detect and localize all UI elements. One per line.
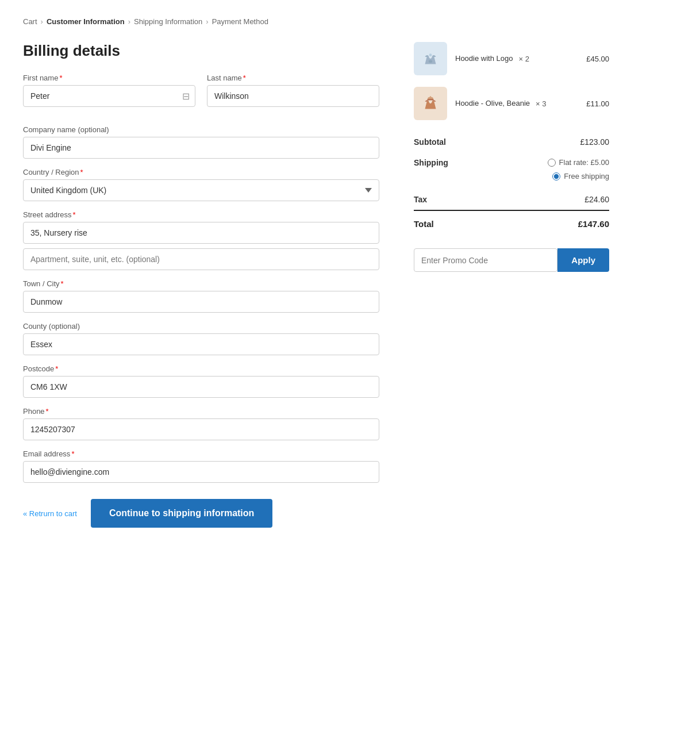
city-label: Town / City* xyxy=(23,279,379,288)
flat-rate-option[interactable]: Flat rate: £5.00 xyxy=(548,158,609,167)
email-group: Email address* xyxy=(23,450,379,483)
item-1-price: £45.00 xyxy=(586,55,609,63)
subtotal-value: £123.00 xyxy=(580,137,609,147)
country-label: Country / Region* xyxy=(23,168,379,176)
apply-button[interactable]: Apply xyxy=(557,248,609,272)
autofill-icon: ⊟ xyxy=(182,91,190,102)
tax-row: Tax £24.60 xyxy=(414,189,609,210)
first-name-group: First name* ⊟ xyxy=(23,74,195,107)
item-2-name: Hoodie - Olive, Beanie xyxy=(455,98,530,109)
postcode-input[interactable] xyxy=(23,376,379,398)
postcode-group: Postcode* xyxy=(23,364,379,398)
total-value: £147.60 xyxy=(578,219,609,229)
last-name-label: Last name* xyxy=(207,74,379,82)
svg-point-6 xyxy=(429,96,431,98)
item-2-details: Hoodie - Olive, Beanie × 3 £11.00 xyxy=(455,98,609,109)
item-2-qty: × 3 xyxy=(536,99,546,108)
county-group: County (optional) xyxy=(23,322,379,355)
free-shipping-label: Free shipping xyxy=(564,172,609,180)
breadcrumb-sep2: › xyxy=(128,17,130,26)
item-2-price: £11.00 xyxy=(586,99,609,108)
country-select[interactable]: United Kingdom (UK) xyxy=(23,179,379,201)
order-item-2: Hoodie - Olive, Beanie × 3 £11.00 xyxy=(414,87,609,120)
order-item-1: Hoodie with Logo × 2 £45.00 xyxy=(414,42,609,75)
item-2-row: Hoodie - Olive, Beanie × 3 £11.00 xyxy=(455,98,609,109)
svg-rect-5 xyxy=(427,99,433,100)
email-label: Email address* xyxy=(23,450,379,458)
flat-rate-label: Flat rate: £5.00 xyxy=(559,158,609,167)
company-group: Company name (optional) xyxy=(23,125,379,159)
item-1-qty: × 2 xyxy=(518,55,529,63)
phone-label: Phone* xyxy=(23,407,379,416)
order-summary: Hoodie with Logo × 2 £45.00 xyxy=(414,42,609,272)
flat-rate-radio[interactable] xyxy=(548,159,556,167)
form-actions: « Retrurn to cart Continue to shipping i… xyxy=(23,499,379,528)
item-1-details: Hoodie with Logo × 2 £45.00 xyxy=(455,53,609,64)
first-name-input[interactable] xyxy=(23,85,195,107)
continue-button[interactable]: Continue to shipping information xyxy=(91,499,272,528)
phone-input[interactable] xyxy=(23,418,379,440)
name-row: First name* ⊟ Last name* xyxy=(23,74,379,116)
billing-form: Billing details First name* ⊟ Last name* xyxy=(23,42,379,528)
breadcrumb-cart[interactable]: Cart xyxy=(23,17,37,26)
page-title: Billing details xyxy=(23,42,379,60)
last-name-group: Last name* xyxy=(207,74,379,107)
company-label: Company name (optional) xyxy=(23,125,379,134)
county-label: County (optional) xyxy=(23,322,379,331)
breadcrumb: Cart › Customer Information › Shipping I… xyxy=(23,17,677,26)
total-row: Total £147.60 xyxy=(414,210,609,237)
street-group: Street address* xyxy=(23,210,379,270)
shipping-row: Shipping Flat rate: £5.00 Free shipping xyxy=(414,152,609,189)
company-input[interactable] xyxy=(23,137,379,159)
breadcrumb-current: Customer Information xyxy=(47,17,125,26)
item-1-thumb xyxy=(414,42,447,75)
item-1-row: Hoodie with Logo × 2 £45.00 xyxy=(455,53,609,64)
free-shipping-radio[interactable] xyxy=(552,172,560,180)
total-label: Total xyxy=(414,219,434,229)
postcode-label: Postcode* xyxy=(23,364,379,373)
breadcrumb-sep3: › xyxy=(206,17,208,26)
first-name-wrapper: ⊟ xyxy=(23,85,195,107)
breadcrumb-shipping[interactable]: Shipping Information xyxy=(134,17,202,26)
breadcrumb-sep1: › xyxy=(41,17,43,26)
first-name-label: First name* xyxy=(23,74,195,82)
svg-point-2 xyxy=(429,60,432,63)
item-1-name: Hoodie with Logo xyxy=(455,53,513,64)
item-2-thumb xyxy=(414,87,447,120)
promo-row: Apply xyxy=(414,248,609,272)
city-input[interactable] xyxy=(23,291,379,313)
county-input[interactable] xyxy=(23,333,379,355)
return-to-cart-link[interactable]: « Retrurn to cart xyxy=(23,509,77,518)
order-totals: Subtotal £123.00 Shipping Flat rate: £5.… xyxy=(414,132,609,237)
city-group: Town / City* xyxy=(23,279,379,313)
country-group: Country / Region* United Kingdom (UK) xyxy=(23,168,379,201)
street-input[interactable] xyxy=(23,222,379,244)
tax-value: £24.60 xyxy=(584,195,609,204)
free-shipping-option[interactable]: Free shipping xyxy=(548,172,609,180)
shipping-label: Shipping xyxy=(414,158,448,167)
tax-label: Tax xyxy=(414,195,427,204)
promo-input[interactable] xyxy=(414,248,557,272)
svg-point-1 xyxy=(429,53,432,56)
hoodie-beanie-icon xyxy=(420,93,441,114)
apt-input[interactable] xyxy=(23,248,379,270)
street-label: Street address* xyxy=(23,210,379,219)
subtotal-row: Subtotal £123.00 xyxy=(414,132,609,152)
phone-group: Phone* xyxy=(23,407,379,440)
subtotal-label: Subtotal xyxy=(414,137,446,147)
shipping-options: Flat rate: £5.00 Free shipping xyxy=(548,158,609,183)
breadcrumb-payment[interactable]: Payment Method xyxy=(212,17,268,26)
last-name-input[interactable] xyxy=(207,85,379,107)
email-input[interactable] xyxy=(23,461,379,483)
hoodie-logo-icon xyxy=(420,48,441,70)
